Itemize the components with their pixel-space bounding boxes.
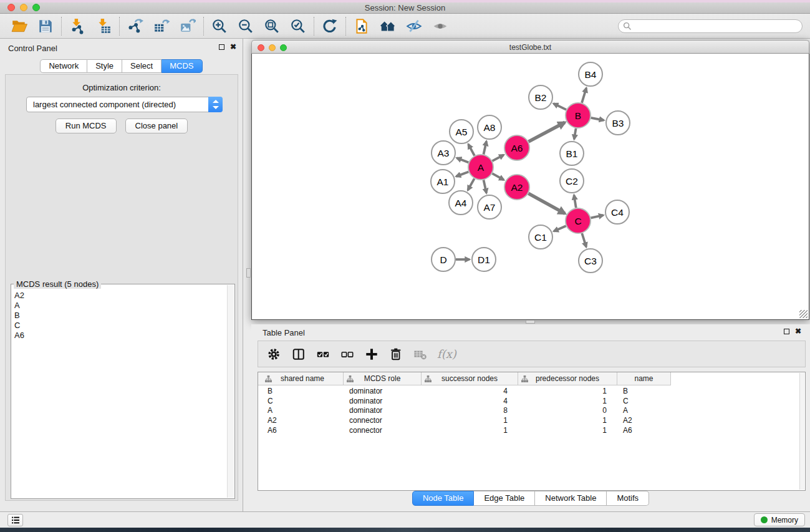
network-from-file-button[interactable]	[349, 16, 375, 37]
graph-node-B[interactable]: B	[566, 103, 591, 128]
show-details-button[interactable]	[427, 16, 453, 37]
tab-node-table[interactable]: Node Table	[412, 491, 475, 506]
float-table-panel-icon[interactable]	[784, 329, 789, 334]
table-settings-button[interactable]	[267, 347, 282, 362]
export-image-button[interactable]	[175, 16, 201, 37]
graph-node-A8[interactable]: A8	[478, 115, 501, 139]
network-canvas[interactable]: B4B2BB3A8A5A6A3B1AC2A1A2A4A7C4CC1DD1C3	[251, 54, 809, 320]
add-column-button[interactable]	[364, 347, 379, 362]
table-scrollbar[interactable]	[799, 373, 804, 490]
tab-mcds[interactable]: MCDS	[162, 59, 202, 73]
refresh-network-button[interactable]	[317, 16, 343, 37]
graph-node-B4[interactable]: B4	[579, 62, 602, 86]
zoom-fit-button[interactable]	[259, 16, 285, 37]
graph-node-C4[interactable]: C4	[605, 200, 629, 224]
export-table-button[interactable]	[148, 16, 175, 37]
memory-button[interactable]: Memory	[754, 513, 805, 526]
result-item[interactable]: C	[14, 321, 227, 331]
graph-node-A4[interactable]: A4	[449, 191, 473, 215]
show-column-panel-button[interactable]	[291, 347, 306, 362]
search-input[interactable]	[618, 19, 803, 33]
edge-A-A5[interactable]	[468, 144, 475, 155]
graph-node-A2[interactable]: A2	[504, 175, 529, 200]
tab-edge-table[interactable]: Edge Table	[474, 491, 535, 506]
result-item[interactable]: A2	[14, 291, 227, 301]
table-row[interactable]: A2connector11A2	[262, 416, 671, 426]
function-builder-button[interactable]: f(x)	[437, 347, 456, 360]
save-session-button[interactable]	[32, 16, 59, 37]
graph-node-A3[interactable]: A3	[432, 141, 455, 165]
criterion-select[interactable]: largest connected component (directed)	[26, 97, 223, 112]
delete-table-button[interactable]	[413, 347, 428, 362]
select-all-columns-button[interactable]	[316, 347, 330, 362]
graph-node-B2[interactable]: B2	[529, 85, 552, 109]
edge-C-C3[interactable]	[582, 233, 586, 247]
result-item[interactable]: B	[14, 311, 227, 321]
edge-B-B4[interactable]	[582, 88, 586, 103]
export-network-button[interactable]	[122, 16, 148, 37]
open-session-button[interactable]	[6, 16, 32, 37]
edge-B-B1[interactable]	[574, 128, 576, 140]
tab-motifs[interactable]: Motifs	[607, 491, 649, 506]
graph-node-A6[interactable]: A6	[504, 135, 529, 160]
close-panel-icon[interactable]: ✖	[230, 44, 236, 51]
edge-B-B2[interactable]	[554, 104, 566, 110]
graph-node-A[interactable]: A	[468, 155, 493, 180]
vertical-splitter-handle[interactable]	[246, 268, 251, 278]
column-header-shared-name[interactable]: shared name	[262, 372, 344, 385]
graph-node-D1[interactable]: D1	[472, 248, 496, 271]
task-history-button[interactable]	[7, 514, 23, 526]
edge-A6-B[interactable]	[529, 122, 565, 142]
float-panel-icon[interactable]	[219, 44, 224, 50]
run-mcds-button[interactable]: Run MCDS	[55, 118, 117, 133]
graph-node-C2[interactable]: C2	[560, 169, 584, 193]
edge-C-C2[interactable]	[574, 195, 576, 208]
edge-A-A3[interactable]	[456, 158, 468, 162]
graph-node-B1[interactable]: B1	[560, 142, 584, 165]
home-view-button[interactable]	[375, 16, 401, 37]
edge-A-A6[interactable]	[493, 155, 504, 161]
tab-network-table[interactable]: Network Table	[535, 491, 607, 506]
edge-C-C4[interactable]	[591, 215, 603, 218]
graph-node-A5[interactable]: A5	[450, 120, 473, 143]
result-scrollbar[interactable]	[227, 285, 234, 498]
result-item[interactable]: A6	[14, 331, 227, 341]
result-item[interactable]: A	[14, 301, 227, 311]
table-row[interactable]: Cdominator41C	[262, 397, 671, 407]
close-table-panel-icon[interactable]: ✖	[795, 328, 801, 335]
close-panel-button[interactable]: Close panel	[125, 118, 188, 133]
edge-B-B3[interactable]	[591, 118, 604, 120]
table-row[interactable]: A6connector11A6	[262, 426, 671, 436]
hide-details-button[interactable]	[401, 16, 427, 37]
tab-network[interactable]: Network	[40, 59, 87, 73]
delete-column-button[interactable]	[388, 347, 403, 362]
import-network-button[interactable]	[64, 16, 90, 37]
zoom-selected-button[interactable]	[285, 16, 311, 37]
tab-select[interactable]: Select	[122, 59, 162, 73]
edge-A2-C[interactable]	[528, 193, 565, 213]
window-resize-grip[interactable]	[799, 310, 808, 318]
graph-node-C1[interactable]: C1	[529, 225, 552, 249]
tab-style[interactable]: Style	[87, 59, 122, 73]
edge-A-A2[interactable]	[492, 173, 504, 180]
table-row[interactable]: Bdominator41B	[262, 387, 671, 397]
graph-node-A7[interactable]: A7	[478, 195, 501, 219]
table-row[interactable]: Adominator80A	[262, 406, 671, 416]
deselect-all-columns-button[interactable]	[340, 347, 355, 362]
column-header-successor-nodes[interactable]: successor nodes	[422, 372, 518, 385]
edge-C-C1[interactable]	[554, 226, 566, 231]
column-header-predecessor-nodes[interactable]: predecessor nodes	[518, 372, 617, 385]
zoom-out-button[interactable]	[233, 16, 259, 37]
graph-node-C3[interactable]: C3	[579, 249, 602, 273]
import-table-button[interactable]	[90, 16, 117, 37]
graph-node-B3[interactable]: B3	[606, 111, 630, 135]
network-window-titlebar[interactable]: testGlobe.txt	[251, 40, 809, 54]
graph-node-A1[interactable]: A1	[431, 170, 455, 193]
edge-A-A7[interactable]	[483, 180, 486, 193]
graph-node-D[interactable]: D	[432, 248, 455, 271]
horizontal-splitter-handle[interactable]	[526, 320, 535, 324]
graph-node-C[interactable]: C	[566, 208, 591, 233]
zoom-in-button[interactable]	[206, 16, 233, 37]
edge-A-A1[interactable]	[456, 172, 469, 176]
column-header-name[interactable]: name	[617, 372, 671, 385]
